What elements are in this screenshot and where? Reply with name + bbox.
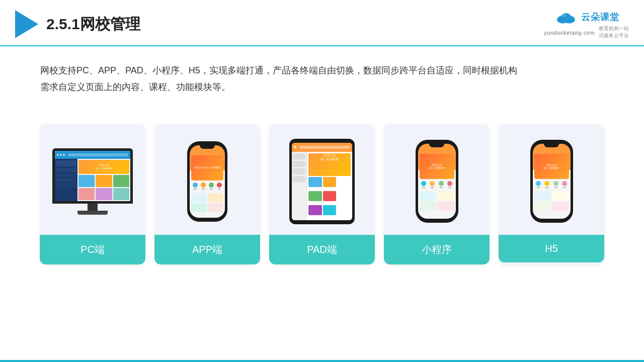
screen-card-6 — [113, 188, 129, 200]
phone-miniapp-circle-4 — [447, 181, 452, 186]
header-left: 2.5.1网校管理 — [15, 10, 140, 38]
card-pad-image: 职进人的第一堂判断课 — [269, 124, 375, 235]
phone-h5-circle-1 — [536, 181, 541, 186]
phone-h5-content: 职进人的第一堂判断课 课程 直播 — [533, 144, 571, 219]
tablet-sidebar — [292, 152, 307, 220]
phone-miniapp-label-4: 更多 — [448, 187, 451, 189]
cloud-icon — [554, 9, 578, 25]
brand-logo: 云朵课堂 yunduoketang.com 教育机构一站 式服务云平台 — [544, 9, 629, 39]
card-pad-label: PAD端 — [269, 235, 375, 264]
phone-icon-4: 更多 — [217, 183, 222, 190]
screen-content-row-2 — [78, 188, 129, 200]
phone-miniapp-banner-text: 职进人的第一堂判断课 — [429, 163, 444, 170]
phone-miniapp-icon-1: 课程 — [421, 181, 426, 189]
screen-main: 职进人的第一堂判断课 — [77, 159, 130, 201]
phone-card-4 — [208, 203, 223, 212]
card-miniapp: 职进人的第一堂判断课 课程 直播 — [384, 124, 490, 264]
tablet-header — [292, 143, 352, 152]
phone-miniapp-card-1 — [420, 192, 437, 201]
phone-miniapp-cards — [418, 191, 456, 212]
phone-h5-icon-3: 题库 — [553, 181, 558, 189]
screen-card-1 — [78, 175, 95, 187]
phone-h5-label-4: 更多 — [563, 187, 566, 189]
phone-app-mockup: 职进人的 第一堂判断课 课程 直播 — [187, 141, 227, 222]
tablet-grid-item-1 — [308, 177, 322, 187]
phone-icon-circle-3 — [209, 183, 214, 188]
phone-card-3 — [191, 203, 207, 212]
monitor-neck — [88, 204, 98, 211]
monitor-base — [77, 211, 108, 215]
tablet-screen: 职进人的第一堂判断课 — [292, 143, 352, 220]
phone-miniapp-label-2: 直播 — [431, 187, 434, 189]
phone-miniapp-card-3 — [420, 202, 437, 211]
phone-miniapp-screen: 职进人的第一堂判断课 课程 直播 — [418, 144, 456, 219]
card-h5-image: 职进人的第一堂判断课 课程 直播 — [499, 124, 604, 235]
phone-icon-circle-1 — [193, 183, 198, 188]
logo-text-english: yunduoketang.com — [544, 30, 595, 36]
tablet-body: 职进人的第一堂判断课 — [292, 152, 352, 220]
card-app-image: 职进人的 第一堂判断课 课程 直播 — [154, 124, 260, 235]
card-pc-label: PC端 — [40, 235, 145, 264]
tablet-grid-item-4 — [323, 191, 337, 201]
screen-card-5 — [96, 188, 112, 200]
card-pc: 职进人的第一堂判断课 — [40, 124, 145, 264]
phone-h5-icon-4: 更多 — [562, 181, 567, 189]
phone-miniapp-mockup: 职进人的第一堂判断课 课程 直播 — [416, 140, 458, 223]
phone-h5-circle-2 — [544, 181, 549, 186]
pc-monitor-mockup: 职进人的第一堂判断课 — [52, 148, 133, 215]
monitor-screen: 职进人的第一堂判断课 — [55, 151, 130, 201]
description-text: 网校支持PC、APP、PAD、小程序、H5，实现多端打通，产品各终端自由切换，数… — [0, 46, 644, 104]
screen-header-bar — [55, 151, 130, 159]
tablet-grid-item-6 — [323, 205, 337, 215]
phone-miniapp-icon-2: 直播 — [430, 181, 435, 189]
card-app-label: APP端 — [154, 235, 260, 264]
phone-miniapp-banner: 职进人的第一堂判断课 — [420, 154, 454, 179]
phone-miniapp-icon-4: 更多 — [447, 181, 452, 189]
phone-miniapp-card-2 — [437, 192, 454, 201]
phone-miniapp-content: 职进人的第一堂判断课 课程 直播 — [418, 144, 456, 219]
phone-icon-2: 直播 — [201, 183, 206, 190]
phone-screen-content: 职进人的 第一堂判断课 课程 直播 — [190, 145, 225, 218]
cards-container: 职进人的第一堂判断课 — [0, 109, 644, 264]
phone-screen: 职进人的 第一堂判断课 课程 直播 — [190, 145, 225, 218]
phone-miniapp-circle-3 — [439, 181, 444, 186]
tablet-address-bar — [299, 146, 350, 149]
screen-card-3 — [113, 175, 129, 187]
phone-miniapp-label-1: 课程 — [422, 187, 425, 189]
card-pad: 职进人的第一堂判断课 — [269, 124, 375, 264]
phone-h5-icons: 课程 直播 题库 更多 — [533, 179, 571, 191]
phone-h5-icon-2: 直播 — [544, 181, 549, 189]
tablet-banner: 职进人的第一堂判断课 — [308, 153, 351, 176]
phone-miniapp-circle-2 — [430, 181, 435, 186]
phone-h5-card-4 — [552, 202, 569, 211]
tablet-grid — [308, 177, 351, 219]
phone-icon-1: 课程 — [193, 183, 198, 190]
screen-sidebar — [55, 159, 77, 201]
phone-cards — [190, 192, 225, 213]
screen-dot-2 — [60, 154, 62, 156]
card-pc-image: 职进人的第一堂判断课 — [40, 124, 145, 235]
phone-h5-notch — [544, 144, 559, 147]
phone-icon-3: 题库 — [209, 183, 214, 190]
phone-miniapp-label-3: 题库 — [440, 187, 443, 189]
screen-dot-1 — [57, 154, 59, 156]
tablet-sidebar-item-2 — [293, 161, 305, 167]
page-header: 2.5.1网校管理 云朵课堂 yunduoketang.com 教育机构一站 式… — [0, 0, 644, 46]
phone-h5-label-3: 题库 — [554, 187, 557, 189]
screen-dot-3 — [63, 154, 65, 156]
monitor-frame: 职进人的第一堂判断课 — [52, 148, 133, 204]
phone-icon-circle-2 — [201, 183, 206, 188]
phone-notch — [200, 145, 215, 149]
phone-icons-row: 课程 直播 题库 更多 — [190, 180, 225, 192]
phone-banner-text: 职进人的 第一堂判断课 — [194, 166, 220, 169]
phone-miniapp-notch — [429, 144, 444, 147]
card-app: 职进人的 第一堂判断课 课程 直播 — [154, 124, 260, 264]
screen-card-4 — [78, 188, 95, 200]
phone-h5-circle-4 — [562, 181, 567, 186]
tablet-grid-item-3 — [308, 191, 322, 201]
phone-h5-screen: 职进人的第一堂判断课 课程 直播 — [533, 144, 571, 219]
svg-rect-5 — [557, 19, 575, 22]
phone-icon-label-3: 题库 — [210, 188, 213, 190]
phone-icon-label-4: 更多 — [218, 188, 221, 190]
tablet-sidebar-item-3 — [293, 168, 305, 174]
